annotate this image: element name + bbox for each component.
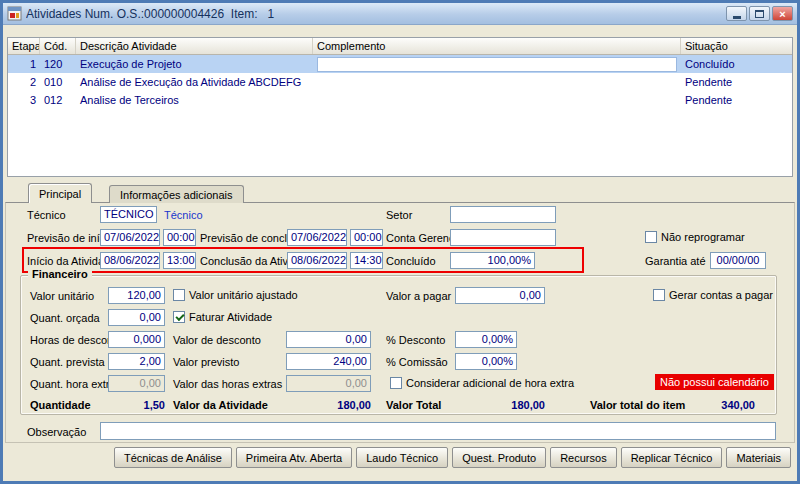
garantia-ate-label: Garantia até bbox=[645, 255, 706, 267]
previsao-inicio-time-field[interactable]: 00:00 bbox=[163, 229, 196, 246]
close-button[interactable]: × bbox=[772, 6, 793, 21]
quant-hora-extra-label: Quant. hora extra bbox=[30, 378, 116, 390]
tab-informacoes-adicionais[interactable]: Informações adicionais bbox=[109, 185, 244, 203]
window-icon bbox=[7, 6, 22, 21]
column-header-complemento[interactable]: Complemento bbox=[313, 38, 681, 54]
cell-cod: 120 bbox=[40, 55, 76, 73]
tab-principal[interactable]: Principal bbox=[28, 183, 92, 203]
pct-desconto-field[interactable]: 0,00% bbox=[455, 331, 517, 348]
cell-situacao: Pendente bbox=[681, 91, 792, 109]
cell-complemento bbox=[313, 55, 681, 73]
inicio-atividade-time-field[interactable]: 13:00 bbox=[163, 252, 196, 269]
checkbox-box bbox=[645, 231, 657, 243]
valor-total-item-label: Valor total do item bbox=[590, 399, 685, 411]
recursos-button[interactable]: Recursos bbox=[550, 447, 616, 468]
column-header-descricao[interactable]: Descrição Atividade bbox=[76, 38, 313, 54]
cell-situacao: Pendente bbox=[681, 73, 792, 91]
nao-reprogramar-checkbox[interactable]: Não reprogramar bbox=[645, 230, 745, 244]
valor-a-pagar-label: Valor a pagar bbox=[386, 290, 451, 302]
cell-cod: 010 bbox=[40, 73, 76, 91]
quant-orcada-field[interactable]: 0,00 bbox=[108, 309, 165, 326]
column-header-etapa[interactable]: Etapa bbox=[8, 38, 40, 54]
cell-complemento bbox=[313, 91, 681, 109]
column-header-situacao[interactable]: Situação bbox=[681, 38, 792, 54]
checkbox-label: Gerar contas a pagar bbox=[669, 289, 773, 301]
minimize-icon bbox=[733, 16, 741, 19]
previsao-conclusao-date-field[interactable]: 07/06/2022 bbox=[287, 229, 347, 246]
valor-previsto-label: Valor previsto bbox=[173, 356, 239, 368]
quantidade-value: 1,50 bbox=[108, 399, 165, 411]
concluido-field[interactable]: 100,00% bbox=[450, 252, 535, 269]
checkbox-box bbox=[390, 377, 402, 389]
valor-total-value: 180,00 bbox=[455, 399, 545, 411]
inicio-atividade-date-field[interactable]: 08/06/2022 bbox=[100, 252, 160, 269]
cell-etapa: 3 bbox=[8, 91, 40, 109]
minimize-button[interactable] bbox=[726, 6, 747, 21]
cell-etapa: 1 bbox=[8, 55, 40, 73]
pct-desconto-label: % Desconto bbox=[386, 334, 445, 346]
tecnico-name-text: Técnico bbox=[164, 209, 203, 221]
maximize-button[interactable] bbox=[749, 6, 770, 21]
observacao-field[interactable] bbox=[100, 422, 776, 440]
faturar-atividade-checkbox[interactable]: Faturar Atividade bbox=[173, 310, 272, 324]
quest-produto-button[interactable]: Quest. Produto bbox=[452, 447, 546, 468]
cell-descricao: Execução de Projeto bbox=[76, 55, 313, 73]
previsao-inicio-date-field[interactable]: 07/06/2022 bbox=[100, 229, 160, 246]
horas-desconto-field[interactable]: 0,000 bbox=[108, 331, 165, 348]
observacao-label: Observação bbox=[27, 426, 86, 438]
valor-desconto-label: Valor de desconto bbox=[173, 334, 261, 346]
financeiro-legend: Financeiro bbox=[28, 268, 92, 280]
valor-atividade-label: Valor da Atividade bbox=[173, 399, 268, 411]
valor-a-pagar-field[interactable]: 0,00 bbox=[455, 287, 545, 304]
tecnico-field[interactable]: TÉCNICO bbox=[100, 206, 157, 223]
tecnicas-de-analise-button[interactable]: Técnicas de Análise bbox=[114, 447, 232, 468]
quant-prevista-label: Quant. prevista bbox=[30, 356, 105, 368]
cell-cod: 012 bbox=[40, 91, 76, 109]
pct-comissao-field[interactable]: 0,00% bbox=[455, 353, 517, 370]
quant-orcada-label: Quant. orçada bbox=[30, 312, 100, 324]
valor-unitario-field[interactable]: 120,00 bbox=[108, 287, 165, 304]
valor-total-item-value: 340,00 bbox=[693, 399, 755, 411]
cell-descricao: Analise de Terceiros bbox=[76, 91, 313, 109]
previsao-conclusao-time-field[interactable]: 00:00 bbox=[350, 229, 383, 246]
complemento-cell-editor[interactable] bbox=[317, 57, 677, 72]
replicar-tecnico-button[interactable]: Replicar Técnico bbox=[621, 447, 723, 468]
gerar-contas-a-pagar-checkbox[interactable]: Gerar contas a pagar bbox=[653, 288, 773, 302]
valor-previsto-field[interactable]: 240,00 bbox=[286, 353, 371, 370]
table-row[interactable]: 3 012 Analise de Terceiros Pendente bbox=[8, 91, 792, 109]
conta-gerencial-field[interactable] bbox=[450, 229, 556, 246]
table-row[interactable]: 2 010 Análise de Execução da Atividade A… bbox=[8, 73, 792, 91]
valor-desconto-field[interactable]: 0,00 bbox=[286, 331, 371, 348]
concluido-label: Concluído bbox=[386, 255, 436, 267]
checkbox-box bbox=[173, 289, 185, 301]
checkbox-label: Valor unitário ajustado bbox=[189, 289, 298, 301]
checkbox-label: Faturar Atividade bbox=[189, 311, 272, 323]
primeira-atv-aberta-button[interactable]: Primeira Atv. Aberta bbox=[236, 447, 352, 468]
valor-atividade-value: 180,00 bbox=[286, 399, 371, 411]
maximize-icon bbox=[755, 10, 764, 18]
conclusao-atividade-time-field[interactable]: 14:30 bbox=[350, 252, 383, 269]
laudo-tecnico-button[interactable]: Laudo Técnico bbox=[356, 447, 448, 468]
cell-etapa: 2 bbox=[8, 73, 40, 91]
materiais-button[interactable]: Materiais bbox=[726, 447, 791, 468]
setor-field[interactable] bbox=[450, 206, 556, 223]
button-bar: Técnicas de Análise Primeira Atv. Aberta… bbox=[114, 447, 791, 468]
conclusao-atividade-date-field[interactable]: 08/06/2022 bbox=[287, 252, 347, 269]
column-header-cod[interactable]: Cód. bbox=[40, 38, 76, 54]
checkbox-box bbox=[173, 311, 185, 323]
tecnico-label: Técnico bbox=[27, 209, 66, 221]
checkbox-box bbox=[653, 289, 665, 301]
titlebar[interactable]: Atividades Num. O.S.:000000004426 Item: … bbox=[3, 3, 797, 25]
pct-comissao-label: % Comissão bbox=[386, 356, 448, 368]
garantia-ate-field[interactable]: 00/00/00 bbox=[710, 252, 766, 269]
valor-unitario-ajustado-checkbox[interactable]: Valor unitário ajustado bbox=[173, 288, 298, 302]
table-row[interactable]: 1 120 Execução de Projeto Concluído bbox=[8, 55, 792, 73]
quantidade-label: Quantidade bbox=[30, 399, 91, 411]
valor-horas-extras-label: Valor das horas extras bbox=[173, 378, 282, 390]
quant-prevista-field[interactable]: 2,00 bbox=[108, 353, 165, 370]
grid-header: Etapa Cód. Descrição Atividade Complemen… bbox=[8, 38, 792, 55]
sem-calendario-alert: Não possui calendário bbox=[655, 374, 774, 390]
close-icon: × bbox=[779, 8, 785, 20]
valor-total-label: Valor Total bbox=[386, 399, 441, 411]
considerar-adicional-checkbox[interactable]: Considerar adicional de hora extra bbox=[390, 376, 574, 390]
